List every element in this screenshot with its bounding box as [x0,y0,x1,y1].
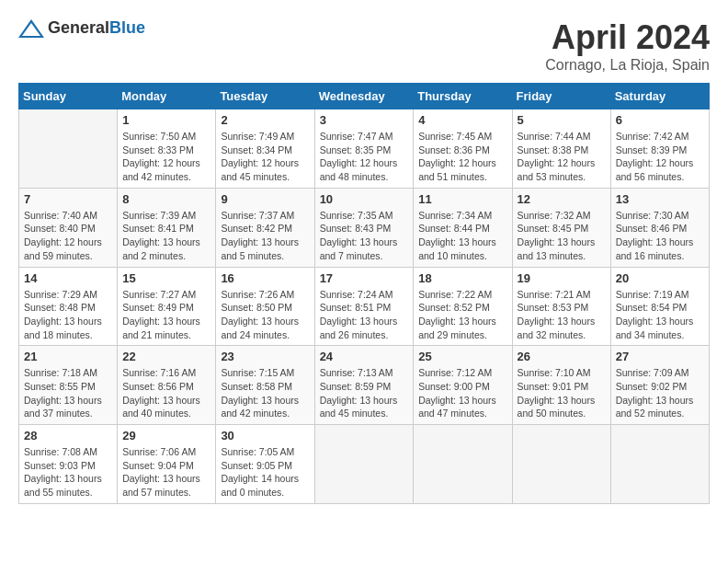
day-info: Sunrise: 7:35 AM Sunset: 8:43 PM Dayligh… [320,209,409,263]
day-number: 13 [616,192,704,206]
day-number: 6 [616,113,704,127]
weekday-header-cell: Tuesday [216,84,314,109]
calendar-day-cell: 9Sunrise: 7:37 AM Sunset: 8:42 PM Daylig… [216,188,314,267]
calendar-day-cell: 30Sunrise: 7:05 AM Sunset: 9:05 PM Dayli… [216,425,314,504]
calendar-day-cell: 27Sunrise: 7:09 AM Sunset: 9:02 PM Dayli… [610,346,709,425]
calendar-day-cell: 1Sunrise: 7:50 AM Sunset: 8:33 PM Daylig… [118,109,216,189]
day-number: 4 [418,113,506,127]
title-area: April 2024 Cornago, La Rioja, Spain [545,18,710,74]
day-info: Sunrise: 7:15 AM Sunset: 8:58 PM Dayligh… [221,366,309,420]
calendar-week-row: 7Sunrise: 7:40 AM Sunset: 8:40 PM Daylig… [19,188,710,267]
weekday-header-cell: Monday [118,84,216,109]
calendar-day-cell [414,425,512,504]
calendar-day-cell: 26Sunrise: 7:10 AM Sunset: 9:01 PM Dayli… [512,346,610,425]
calendar-body: 1Sunrise: 7:50 AM Sunset: 8:33 PM Daylig… [19,109,710,504]
day-info: Sunrise: 7:44 AM Sunset: 8:38 PM Dayligh… [518,130,606,184]
calendar-day-cell: 16Sunrise: 7:26 AM Sunset: 8:50 PM Dayli… [216,267,314,346]
day-info: Sunrise: 7:08 AM Sunset: 9:03 PM Dayligh… [24,445,112,500]
day-info: Sunrise: 7:09 AM Sunset: 9:02 PM Dayligh… [616,366,704,420]
day-info: Sunrise: 7:13 AM Sunset: 8:59 PM Dayligh… [320,366,409,420]
day-number: 18 [418,271,506,285]
weekday-header-cell: Thursday [414,84,512,109]
day-info: Sunrise: 7:21 AM Sunset: 8:53 PM Dayligh… [518,288,606,342]
day-info: Sunrise: 7:06 AM Sunset: 9:04 PM Dayligh… [122,445,210,500]
day-info: Sunrise: 7:29 AM Sunset: 8:48 PM Dayligh… [24,288,112,342]
day-number: 14 [24,271,112,285]
calendar-day-cell: 24Sunrise: 7:13 AM Sunset: 8:59 PM Dayli… [314,346,414,425]
logo-icon [18,19,44,38]
calendar-week-row: 14Sunrise: 7:29 AM Sunset: 8:48 PM Dayli… [19,267,710,346]
calendar-day-cell: 8Sunrise: 7:39 AM Sunset: 8:41 PM Daylig… [118,188,216,267]
day-number: 17 [320,271,409,285]
day-number: 22 [122,350,210,363]
calendar-day-cell: 11Sunrise: 7:34 AM Sunset: 8:44 PM Dayli… [414,188,512,267]
calendar-week-row: 28Sunrise: 7:08 AM Sunset: 9:03 PM Dayli… [19,425,710,504]
calendar-week-row: 21Sunrise: 7:18 AM Sunset: 8:55 PM Dayli… [19,346,710,425]
day-number: 5 [518,113,606,127]
day-info: Sunrise: 7:18 AM Sunset: 8:55 PM Dayligh… [24,366,112,420]
day-info: Sunrise: 7:47 AM Sunset: 8:35 PM Dayligh… [320,130,409,184]
day-info: Sunrise: 7:24 AM Sunset: 8:51 PM Dayligh… [320,288,409,342]
calendar-day-cell: 25Sunrise: 7:12 AM Sunset: 9:00 PM Dayli… [414,346,512,425]
logo-general-text: General [48,18,109,37]
calendar-day-cell: 12Sunrise: 7:32 AM Sunset: 8:45 PM Dayli… [512,188,610,267]
weekday-header-cell: Friday [512,84,610,109]
day-number: 27 [616,350,704,363]
day-info: Sunrise: 7:19 AM Sunset: 8:54 PM Dayligh… [616,288,704,342]
day-number: 12 [518,192,606,206]
day-number: 7 [24,192,112,206]
day-info: Sunrise: 7:39 AM Sunset: 8:41 PM Dayligh… [122,209,210,263]
day-number: 15 [122,271,210,285]
day-info: Sunrise: 7:30 AM Sunset: 8:46 PM Dayligh… [616,209,704,263]
day-number: 19 [518,271,606,285]
day-info: Sunrise: 7:50 AM Sunset: 8:33 PM Dayligh… [122,130,210,184]
day-number: 23 [221,350,309,363]
day-number: 20 [616,271,704,285]
calendar-day-cell: 3Sunrise: 7:47 AM Sunset: 8:35 PM Daylig… [314,109,414,189]
page-header: GeneralBlue April 2024 Cornago, La Rioja… [18,18,710,74]
day-number: 10 [320,192,409,206]
logo-blue-text: Blue [109,18,145,37]
calendar-day-cell [610,425,709,504]
day-number: 24 [320,350,409,363]
day-info: Sunrise: 7:22 AM Sunset: 8:52 PM Dayligh… [418,288,506,342]
day-info: Sunrise: 7:27 AM Sunset: 8:49 PM Dayligh… [122,288,210,342]
weekday-header-cell: Saturday [610,84,709,109]
calendar-day-cell: 5Sunrise: 7:44 AM Sunset: 8:38 PM Daylig… [512,109,610,189]
calendar-day-cell [512,425,610,504]
day-number: 29 [122,429,210,442]
day-number: 11 [418,192,506,206]
day-number: 21 [24,350,112,363]
calendar-day-cell: 29Sunrise: 7:06 AM Sunset: 9:04 PM Dayli… [118,425,216,504]
weekday-header-row: SundayMondayTuesdayWednesdayThursdayFrid… [19,84,710,109]
month-title: April 2024 [545,18,710,57]
day-number: 8 [122,192,210,206]
calendar-day-cell: 7Sunrise: 7:40 AM Sunset: 8:40 PM Daylig… [19,188,118,267]
calendar-day-cell: 28Sunrise: 7:08 AM Sunset: 9:03 PM Dayli… [19,425,118,504]
calendar-day-cell: 10Sunrise: 7:35 AM Sunset: 8:43 PM Dayli… [314,188,414,267]
weekday-header-cell: Sunday [19,84,118,109]
calendar-day-cell: 17Sunrise: 7:24 AM Sunset: 8:51 PM Dayli… [314,267,414,346]
day-number: 25 [418,350,506,363]
day-number: 1 [122,113,210,127]
calendar-day-cell: 6Sunrise: 7:42 AM Sunset: 8:39 PM Daylig… [610,109,709,189]
calendar-week-row: 1Sunrise: 7:50 AM Sunset: 8:33 PM Daylig… [19,109,710,189]
day-number: 9 [221,192,309,206]
day-info: Sunrise: 7:45 AM Sunset: 8:36 PM Dayligh… [418,130,506,184]
day-info: Sunrise: 7:42 AM Sunset: 8:39 PM Dayligh… [616,130,704,184]
calendar-day-cell: 21Sunrise: 7:18 AM Sunset: 8:55 PM Dayli… [19,346,118,425]
day-info: Sunrise: 7:16 AM Sunset: 8:56 PM Dayligh… [122,366,210,420]
day-number: 3 [320,113,409,127]
day-number: 16 [221,271,309,285]
day-info: Sunrise: 7:40 AM Sunset: 8:40 PM Dayligh… [24,209,112,263]
calendar-day-cell [19,109,118,189]
calendar-day-cell: 2Sunrise: 7:49 AM Sunset: 8:34 PM Daylig… [216,109,314,189]
day-info: Sunrise: 7:26 AM Sunset: 8:50 PM Dayligh… [221,288,309,342]
calendar-day-cell: 19Sunrise: 7:21 AM Sunset: 8:53 PM Dayli… [512,267,610,346]
location-text: Cornago, La Rioja, Spain [545,57,710,74]
day-number: 28 [24,429,112,442]
calendar-day-cell: 13Sunrise: 7:30 AM Sunset: 8:46 PM Dayli… [610,188,709,267]
day-info: Sunrise: 7:49 AM Sunset: 8:34 PM Dayligh… [221,130,309,184]
calendar-day-cell: 23Sunrise: 7:15 AM Sunset: 8:58 PM Dayli… [216,346,314,425]
weekday-header-cell: Wednesday [314,84,414,109]
